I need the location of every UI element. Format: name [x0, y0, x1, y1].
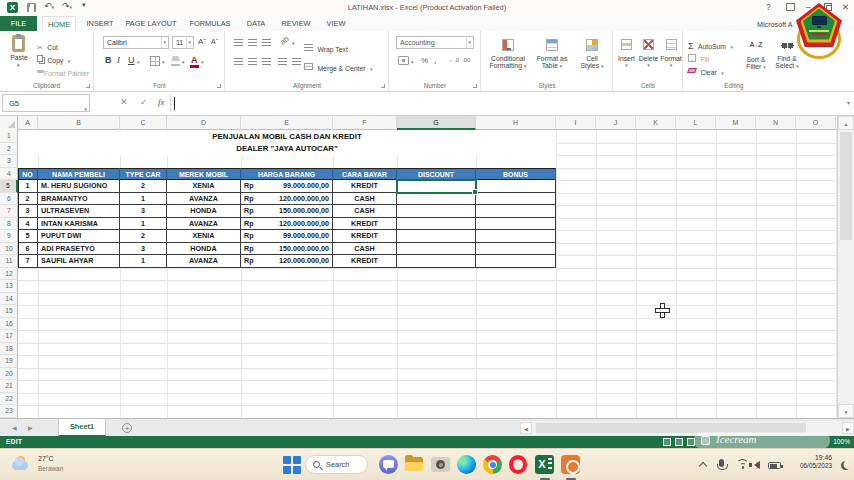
redo-icon[interactable]: ↷▾ — [62, 1, 72, 11]
column-header-E[interactable]: E — [241, 116, 333, 130]
sheet-nav-right-icon[interactable]: ▶ — [28, 424, 33, 431]
tab-insert[interactable]: INSERT — [84, 16, 116, 31]
bold-button[interactable]: B — [105, 55, 112, 65]
weather-icon[interactable] — [12, 456, 34, 474]
accounting-format-icon[interactable] — [398, 56, 409, 65]
clock[interactable]: 19:46 06/05/2023 — [790, 454, 832, 469]
clear-button[interactable]: Clear ▾ — [688, 61, 724, 79]
tab-page-layout[interactable]: PAGE LAYOUT — [122, 16, 180, 31]
column-header-N[interactable]: N — [756, 116, 796, 130]
table-cell[interactable]: 5 — [18, 230, 38, 243]
align-bottom-icon[interactable] — [262, 39, 271, 46]
table-cell[interactable] — [476, 218, 556, 231]
table-cell[interactable] — [397, 193, 476, 206]
table-cell[interactable]: KREDIT — [333, 218, 397, 231]
align-top-icon[interactable] — [234, 39, 243, 46]
table-cell[interactable] — [397, 218, 476, 231]
edge-icon[interactable] — [457, 455, 476, 474]
start-button[interactable] — [283, 456, 301, 474]
sort-filter-button[interactable]: A↓Z Sort &Filter ▾ — [742, 35, 770, 70]
row-header-19[interactable]: 19 — [0, 355, 18, 368]
table-cell[interactable]: CASH — [333, 243, 397, 256]
scroll-right-icon[interactable]: ▶ — [842, 422, 854, 434]
column-header-O[interactable]: O — [796, 116, 836, 130]
row-header-8[interactable]: 8 — [0, 218, 18, 231]
vertical-scrollbar[interactable]: ▲ ▼ — [837, 116, 854, 419]
account-label[interactable]: Microsoft A — [757, 20, 793, 29]
scroll-down-icon[interactable]: ▼ — [838, 404, 854, 418]
cancel-icon[interactable]: ✕ — [120, 97, 128, 107]
tab-data[interactable]: DATA — [242, 16, 270, 31]
table-cell[interactable]: KREDIT — [333, 180, 397, 193]
column-header-I[interactable]: I — [556, 116, 596, 130]
file-explorer-icon[interactable] — [405, 455, 424, 474]
font-name-combo[interactable]: Calibri▾ — [103, 36, 169, 49]
table-cell[interactable]: XENIA — [167, 230, 241, 243]
wifi-icon[interactable] — [736, 459, 749, 469]
zoom-level[interactable]: 100% — [833, 438, 850, 445]
camera-icon[interactable] — [431, 457, 450, 472]
row-header-20[interactable]: 20 — [0, 368, 18, 381]
table-cell[interactable]: Rp120.000.000,00 — [241, 193, 333, 206]
chat-icon[interactable] — [379, 455, 398, 474]
table-cell[interactable]: CASH — [333, 193, 397, 206]
table-cell[interactable]: AVANZA — [167, 255, 241, 268]
column-header-C[interactable]: C — [120, 116, 167, 130]
row-header-13[interactable]: 13 — [0, 280, 18, 293]
grow-font-icon[interactable]: Aˆ — [198, 37, 206, 46]
decrease-indent-icon[interactable] — [278, 58, 287, 65]
table-cell[interactable]: 6 — [18, 243, 38, 256]
table-cell[interactable]: 2 — [18, 193, 38, 206]
column-header-J[interactable]: J — [596, 116, 636, 130]
table-header-cell[interactable]: CARA BAYAR — [333, 168, 397, 181]
row-header-23[interactable]: 23 — [0, 405, 18, 418]
alignment-dialog-launcher[interactable] — [381, 84, 385, 88]
table-cell[interactable]: Rp120.000.000,00 — [241, 218, 333, 231]
night-mode-icon[interactable] — [841, 461, 850, 470]
table-cell[interactable]: PUPUT DWI — [38, 230, 120, 243]
table-cell[interactable] — [476, 255, 556, 268]
row-header-15[interactable]: 15 — [0, 305, 18, 318]
align-left-icon[interactable] — [234, 58, 243, 65]
weather-condition[interactable]: Berawan — [38, 465, 63, 472]
table-cell[interactable]: 3 — [120, 243, 167, 256]
font-dialog-launcher[interactable] — [217, 84, 221, 88]
name-box[interactable]: G5▾ — [2, 94, 90, 112]
table-header-cell[interactable]: BONUS — [476, 168, 556, 181]
underline-button[interactable]: U — [128, 55, 135, 65]
table-cell[interactable] — [476, 205, 556, 218]
scroll-up-icon[interactable]: ▲ — [838, 116, 854, 130]
vertical-scroll-thumb[interactable] — [840, 132, 852, 240]
comma-style-icon[interactable]: , — [434, 55, 437, 65]
row-header-18[interactable]: 18 — [0, 343, 18, 356]
tab-home[interactable]: HOME — [42, 16, 76, 31]
delete-cells-button[interactable]: Delete ▾ — [638, 35, 659, 68]
qat-customize-icon[interactable]: ▾ — [82, 1, 86, 9]
number-dialog-launcher[interactable] — [473, 84, 477, 88]
conditional-formatting-button[interactable]: ConditionalFormatting ▾ — [486, 35, 530, 69]
format-painter-button[interactable]: Format Painter — [37, 62, 89, 80]
table-cell[interactable] — [397, 230, 476, 243]
row-header-4[interactable]: 4 — [0, 168, 18, 181]
column-header-G[interactable]: G — [397, 116, 476, 130]
table-header-cell[interactable]: MEREK MOBIL — [167, 168, 241, 181]
table-cell[interactable]: HONDA — [167, 243, 241, 256]
new-sheet-icon[interactable]: + — [122, 423, 132, 433]
table-cell[interactable] — [476, 243, 556, 256]
tab-formulas[interactable]: FORMULAS — [186, 16, 234, 31]
table-cell[interactable]: Rp150.000.000,00 — [241, 205, 333, 218]
table-cell[interactable]: 2 — [120, 180, 167, 193]
weather-temp[interactable]: 27°C — [38, 455, 54, 462]
normal-view-icon[interactable] — [663, 438, 671, 446]
row-header-9[interactable]: 9 — [0, 230, 18, 243]
font-size-combo[interactable]: 11▾ — [172, 36, 194, 49]
row-header-16[interactable]: 16 — [0, 318, 18, 331]
table-cell[interactable]: ADI PRASETYO — [38, 243, 120, 256]
table-cell[interactable] — [397, 205, 476, 218]
table-cell[interactable]: INTAN KARISMA — [38, 218, 120, 231]
row-header-10[interactable]: 10 — [0, 243, 18, 256]
enter-icon[interactable]: ✓ — [140, 97, 148, 107]
table-cell[interactable]: BRAMANTYO — [38, 193, 120, 206]
column-header-H[interactable]: H — [476, 116, 556, 130]
table-cell[interactable]: 1 — [120, 193, 167, 206]
